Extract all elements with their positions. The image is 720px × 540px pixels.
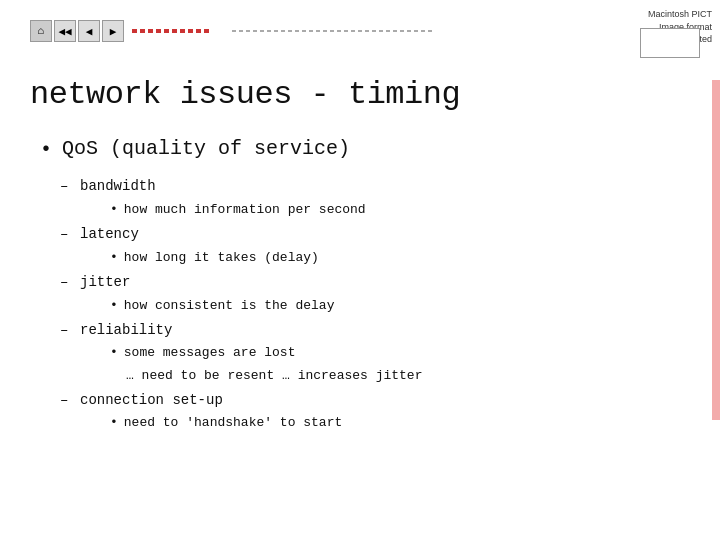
nav-bar: ⌂ ◀◀ ◀ ▶	[30, 20, 690, 46]
back-button[interactable]: ◀◀	[54, 20, 76, 42]
progress-gray	[232, 30, 432, 32]
dash-icon: –	[60, 271, 72, 295]
home-icon: ⌂	[38, 25, 45, 37]
continuation-label: … need to be resent … increases jitter	[126, 365, 422, 387]
sub-sub-list: • some messages are lost … need to be re…	[80, 342, 422, 386]
nav-icons: ⌂ ◀◀ ◀ ▶	[30, 20, 124, 42]
main-bullet: • QoS (quality of service)	[40, 137, 690, 163]
sub-sub-label: how much information per second	[124, 199, 366, 221]
slide: ⌂ ◀◀ ◀ ▶ Macintosh PICT Image format is …	[0, 0, 720, 540]
sub-sub-list: • need to 'handshake' to start	[80, 412, 342, 434]
bullet-dot: •	[110, 247, 118, 269]
sub-item-content: bandwidth • how much information per sec…	[80, 175, 366, 221]
dash-icon: –	[60, 175, 72, 199]
bullet-dot: •	[110, 199, 118, 221]
forward-left-button[interactable]: ◀	[78, 20, 100, 42]
sub-sub-label: need to 'handshake' to start	[124, 412, 342, 434]
dash-icon: –	[60, 319, 72, 343]
sub-sub-label: how long it takes (delay)	[124, 247, 319, 269]
progress-area	[132, 29, 690, 33]
list-item: – connection set-up • need to 'handshake…	[60, 389, 690, 435]
sub-sub-list: • how much information per second	[80, 199, 366, 221]
list-item: • some messages are lost	[110, 342, 422, 364]
list-item: – latency • how long it takes (delay)	[60, 223, 690, 269]
forward-left-icon: ◀	[86, 25, 93, 38]
forward-right-button[interactable]: ▶	[102, 20, 124, 42]
sub-item-label: bandwidth	[80, 178, 156, 194]
bullet-dot: •	[110, 412, 118, 434]
list-item: – jitter • how consistent is the delay	[60, 271, 690, 317]
home-button[interactable]: ⌂	[30, 20, 52, 42]
sub-item-label: connection set-up	[80, 392, 223, 408]
sub-item-content: jitter • how consistent is the delay	[80, 271, 334, 317]
bullet-dot: •	[110, 295, 118, 317]
sub-item-label: jitter	[80, 274, 130, 290]
sub-list: – bandwidth • how much information per s…	[40, 175, 690, 435]
sub-item-label: reliability	[80, 322, 172, 338]
sub-item-label: latency	[80, 226, 139, 242]
right-decoration-bar	[712, 80, 720, 420]
bullet-dot: •	[110, 342, 118, 364]
list-item: • need to 'handshake' to start	[110, 412, 342, 434]
list-item: … need to be resent … increases jitter	[110, 365, 422, 387]
sub-sub-label: how consistent is the delay	[124, 295, 335, 317]
list-item: • how much information per second	[110, 199, 366, 221]
image-placeholder	[640, 28, 700, 58]
forward-right-icon: ▶	[110, 25, 117, 38]
list-item: – bandwidth • how much information per s…	[60, 175, 690, 221]
sub-item-content: latency • how long it takes (delay)	[80, 223, 319, 269]
dash-icon: –	[60, 389, 72, 413]
sub-item-content: reliability • some messages are lost … n…	[80, 319, 422, 387]
slide-content: • QoS (quality of service) – bandwidth •…	[30, 137, 690, 435]
sub-item-content: connection set-up • need to 'handshake' …	[80, 389, 342, 435]
progress-red	[132, 29, 212, 33]
sub-sub-list: • how consistent is the delay	[80, 295, 334, 317]
main-bullet-label: QoS (quality of service)	[62, 137, 350, 160]
main-bullet-dot: •	[40, 137, 52, 163]
list-item: – reliability • some messages are lost ……	[60, 319, 690, 387]
dash-icon: –	[60, 223, 72, 247]
slide-title: network issues - timing	[30, 76, 690, 113]
sub-sub-list: • how long it takes (delay)	[80, 247, 319, 269]
list-item: • how consistent is the delay	[110, 295, 334, 317]
back-icon: ◀◀	[58, 25, 71, 38]
pict-line1: Macintosh PICT	[648, 8, 712, 21]
sub-sub-label: some messages are lost	[124, 342, 296, 364]
list-item: • how long it takes (delay)	[110, 247, 319, 269]
